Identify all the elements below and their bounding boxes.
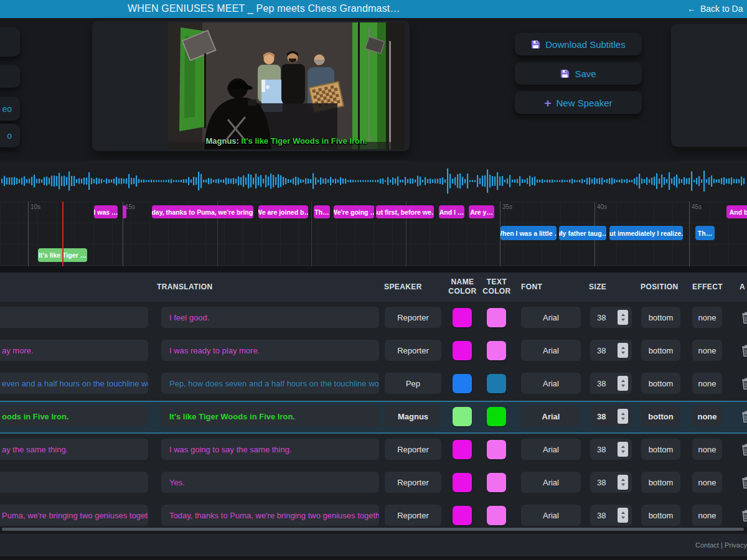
subtitle-clip-magenta[interactable]: Th… bbox=[314, 205, 330, 218]
original-text-input[interactable]: Puma, we're bringing two geniuses togeth bbox=[0, 505, 148, 526]
translation-text-input[interactable]: I was ready to play more. bbox=[161, 340, 379, 361]
subtitle-row[interactable]: I feel good. Reporter Arial 38 bottom no… bbox=[0, 302, 747, 335]
spinner-up-icon[interactable] bbox=[621, 380, 625, 382]
size-spinner[interactable] bbox=[618, 475, 628, 490]
position-input[interactable]: bottom bbox=[641, 439, 680, 460]
subtitle-row[interactable]: ay the same thing. I was going to say th… bbox=[0, 434, 747, 467]
original-text-input[interactable]: even and a half hours on the touchline w… bbox=[0, 373, 148, 394]
spinner-up-icon[interactable] bbox=[621, 347, 625, 349]
effect-input[interactable]: none bbox=[692, 406, 722, 427]
subtitle-row[interactable]: oods in Five Iron. It's like Tiger Woods… bbox=[0, 401, 747, 434]
save-button[interactable]: Save bbox=[515, 62, 642, 85]
spinner-down-icon[interactable] bbox=[621, 418, 625, 420]
original-text-input[interactable]: oods in Five Iron. bbox=[0, 406, 148, 427]
subtitle-row[interactable]: Yes. Reporter Arial 38 bottom none bbox=[0, 467, 747, 500]
effect-input[interactable]: none bbox=[692, 340, 722, 361]
name-color-picker[interactable] bbox=[453, 341, 472, 360]
font-input[interactable]: Arial bbox=[521, 505, 581, 526]
text-color-picker[interactable] bbox=[487, 506, 506, 525]
translation-text-input[interactable]: It's like Tiger Woods in Five Iron. bbox=[161, 406, 379, 427]
speaker-input[interactable]: Pep bbox=[385, 373, 441, 394]
subtitle-clip-blue[interactable]: Th… bbox=[695, 226, 715, 240]
translation-text-input[interactable]: I was going to say the same thing. bbox=[161, 439, 379, 460]
size-spinner[interactable] bbox=[618, 442, 628, 457]
delete-row-button[interactable] bbox=[736, 505, 747, 526]
left-sidebar-button-2[interactable] bbox=[0, 65, 20, 88]
translation-text-input[interactable]: Pep, how does seven and a half hours on … bbox=[161, 373, 379, 394]
position-input[interactable]: bottom bbox=[641, 340, 680, 361]
spinner-down-icon[interactable] bbox=[621, 352, 625, 354]
name-color-picker[interactable] bbox=[453, 407, 472, 426]
subtitle-clip-blue[interactable]: But immediately I realize… bbox=[609, 226, 683, 240]
spinner-down-icon[interactable] bbox=[621, 319, 625, 321]
name-color-picker[interactable] bbox=[453, 374, 472, 393]
spinner-up-icon[interactable] bbox=[621, 413, 625, 415]
position-input[interactable]: bottom bbox=[641, 373, 680, 394]
left-sidebar-button-4[interactable]: o bbox=[0, 124, 20, 147]
playhead[interactable] bbox=[62, 202, 63, 266]
delete-row-button[interactable] bbox=[736, 340, 747, 361]
spinner-down-icon[interactable] bbox=[621, 483, 625, 486]
position-input[interactable]: bottom bbox=[641, 307, 680, 328]
left-sidebar-button-3[interactable]: eo bbox=[0, 97, 20, 121]
size-input[interactable]: 38 bbox=[590, 472, 632, 493]
size-spinner[interactable] bbox=[618, 508, 628, 523]
size-input[interactable]: 38 bbox=[590, 406, 632, 427]
size-spinner[interactable] bbox=[618, 409, 628, 424]
text-color-picker[interactable] bbox=[487, 407, 506, 426]
back-to-dashboard-link[interactable]: ← Back to Da bbox=[687, 4, 743, 14]
effect-input[interactable]: none bbox=[692, 505, 722, 526]
spinner-up-icon[interactable] bbox=[621, 478, 625, 481]
new-speaker-button[interactable]: + New Speaker bbox=[515, 91, 642, 114]
speaker-input[interactable]: Magnus bbox=[385, 406, 441, 427]
size-spinner[interactable] bbox=[618, 310, 628, 325]
spinner-down-icon[interactable] bbox=[621, 385, 625, 387]
position-input[interactable]: bottom bbox=[641, 472, 680, 493]
name-color-picker[interactable] bbox=[453, 473, 472, 492]
effect-input[interactable]: none bbox=[692, 439, 722, 460]
subtitle-clip-magenta[interactable]: And ba bbox=[726, 205, 747, 218]
effect-input[interactable]: none bbox=[692, 373, 722, 394]
text-color-picker[interactable] bbox=[487, 473, 506, 492]
translation-text-input[interactable]: Yes. bbox=[161, 472, 379, 493]
text-color-picker[interactable] bbox=[487, 308, 506, 327]
original-text-input[interactable] bbox=[0, 472, 148, 493]
subtitle-clip-magenta[interactable]: We're going … bbox=[334, 205, 374, 218]
size-input[interactable]: 38 bbox=[590, 373, 632, 394]
size-input[interactable]: 38 bbox=[590, 439, 632, 460]
spinner-down-icon[interactable] bbox=[621, 450, 625, 453]
font-input[interactable]: Arial bbox=[521, 439, 581, 460]
subtitle-clip-magenta[interactable]: And I … bbox=[439, 205, 464, 218]
font-input[interactable]: Arial bbox=[521, 373, 581, 394]
left-sidebar-button-1[interactable] bbox=[0, 27, 20, 57]
name-color-picker[interactable] bbox=[453, 506, 472, 525]
text-color-picker[interactable] bbox=[487, 374, 506, 393]
font-input[interactable]: Arial bbox=[521, 472, 581, 493]
position-input[interactable]: bottom bbox=[641, 505, 680, 526]
download-subtitles-button[interactable]: Download Subtitles bbox=[515, 33, 642, 55]
contact-link[interactable]: Contact bbox=[695, 541, 719, 549]
speaker-input[interactable]: Reporter bbox=[385, 472, 441, 493]
size-input[interactable]: 38 bbox=[590, 505, 632, 526]
size-input[interactable]: 38 bbox=[590, 340, 632, 361]
original-text-input[interactable] bbox=[0, 307, 148, 328]
horizontal-scrollbar[interactable] bbox=[0, 527, 747, 531]
subtitle-row[interactable]: even and a half hours on the touchline w… bbox=[0, 368, 747, 401]
translation-text-input[interactable]: I feel good. bbox=[161, 307, 379, 328]
font-input[interactable]: Arial bbox=[521, 307, 581, 328]
speaker-input[interactable]: Reporter bbox=[385, 340, 441, 361]
text-color-picker[interactable] bbox=[487, 341, 506, 360]
speaker-input[interactable]: Reporter bbox=[385, 307, 441, 328]
delete-row-button[interactable] bbox=[736, 373, 747, 394]
subtitle-clip-magenta[interactable]: We are joined b… bbox=[258, 205, 308, 218]
original-text-input[interactable]: ay more. bbox=[0, 340, 148, 361]
subtitle-clip-magenta[interactable]: Today, thanks to Puma, we're bringi… bbox=[152, 205, 253, 218]
privacy-link[interactable]: Privacy bbox=[725, 541, 747, 549]
effect-input[interactable]: none bbox=[692, 307, 722, 328]
subtitle-clip-magenta[interactable]: Are y… bbox=[469, 205, 494, 218]
spinner-up-icon[interactable] bbox=[621, 446, 625, 448]
subtitle-clip-magenta[interactable]: I was … bbox=[94, 205, 118, 218]
speaker-input[interactable]: Reporter bbox=[385, 505, 441, 526]
name-color-picker[interactable] bbox=[453, 440, 472, 459]
delete-row-button[interactable] bbox=[736, 472, 747, 493]
